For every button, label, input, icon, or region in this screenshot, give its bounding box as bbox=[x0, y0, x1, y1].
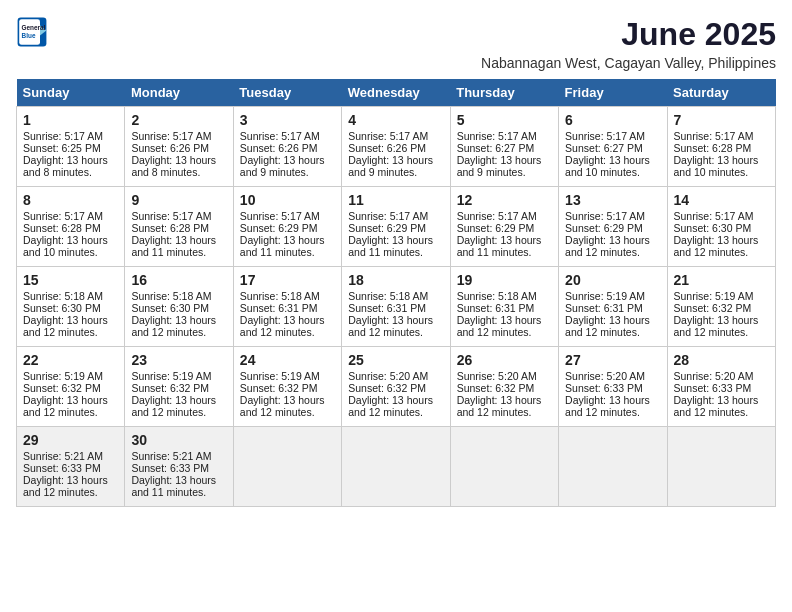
calendar-cell: 17 Sunrise: 5:18 AM Sunset: 6:31 PM Dayl… bbox=[233, 267, 341, 347]
day-number: 3 bbox=[240, 112, 335, 128]
page-header: General Blue June 2025 Nabannagan West, … bbox=[16, 16, 776, 71]
sunset-label: Sunset: 6:33 PM bbox=[23, 462, 101, 474]
daylight-label: Daylight: 13 hours and 11 minutes. bbox=[240, 234, 325, 258]
daylight-label: Daylight: 13 hours and 11 minutes. bbox=[457, 234, 542, 258]
month-title: June 2025 bbox=[481, 16, 776, 53]
sunset-label: Sunset: 6:31 PM bbox=[457, 302, 535, 314]
day-number: 8 bbox=[23, 192, 118, 208]
sunset-label: Sunset: 6:28 PM bbox=[131, 222, 209, 234]
daylight-label: Daylight: 13 hours and 12 minutes. bbox=[131, 314, 216, 338]
day-number: 25 bbox=[348, 352, 443, 368]
sunrise-label: Sunrise: 5:19 AM bbox=[565, 290, 645, 302]
daylight-label: Daylight: 13 hours and 12 minutes. bbox=[674, 234, 759, 258]
col-header-tuesday: Tuesday bbox=[233, 79, 341, 107]
daylight-label: Daylight: 13 hours and 12 minutes. bbox=[23, 474, 108, 498]
daylight-label: Daylight: 13 hours and 9 minutes. bbox=[457, 154, 542, 178]
sunrise-label: Sunrise: 5:19 AM bbox=[674, 290, 754, 302]
daylight-label: Daylight: 13 hours and 8 minutes. bbox=[131, 154, 216, 178]
calendar-cell: 28 Sunrise: 5:20 AM Sunset: 6:33 PM Dayl… bbox=[667, 347, 775, 427]
logo: General Blue bbox=[16, 16, 48, 48]
calendar-cell: 14 Sunrise: 5:17 AM Sunset: 6:30 PM Dayl… bbox=[667, 187, 775, 267]
sunrise-label: Sunrise: 5:20 AM bbox=[348, 370, 428, 382]
daylight-label: Daylight: 13 hours and 12 minutes. bbox=[674, 394, 759, 418]
sunset-label: Sunset: 6:26 PM bbox=[348, 142, 426, 154]
day-number: 20 bbox=[565, 272, 660, 288]
header-row: SundayMondayTuesdayWednesdayThursdayFrid… bbox=[17, 79, 776, 107]
day-number: 2 bbox=[131, 112, 226, 128]
sunrise-label: Sunrise: 5:20 AM bbox=[565, 370, 645, 382]
day-number: 23 bbox=[131, 352, 226, 368]
calendar-cell: 1 Sunrise: 5:17 AM Sunset: 6:25 PM Dayli… bbox=[17, 107, 125, 187]
calendar-table: SundayMondayTuesdayWednesdayThursdayFrid… bbox=[16, 79, 776, 507]
day-number: 13 bbox=[565, 192, 660, 208]
daylight-label: Daylight: 13 hours and 12 minutes. bbox=[131, 394, 216, 418]
calendar-cell: 15 Sunrise: 5:18 AM Sunset: 6:30 PM Dayl… bbox=[17, 267, 125, 347]
day-number: 15 bbox=[23, 272, 118, 288]
day-number: 16 bbox=[131, 272, 226, 288]
sunrise-label: Sunrise: 5:18 AM bbox=[457, 290, 537, 302]
day-number: 5 bbox=[457, 112, 552, 128]
sunrise-label: Sunrise: 5:18 AM bbox=[23, 290, 103, 302]
day-number: 27 bbox=[565, 352, 660, 368]
calendar-cell: 10 Sunrise: 5:17 AM Sunset: 6:29 PM Dayl… bbox=[233, 187, 341, 267]
calendar-cell: 4 Sunrise: 5:17 AM Sunset: 6:26 PM Dayli… bbox=[342, 107, 450, 187]
calendar-cell: 13 Sunrise: 5:17 AM Sunset: 6:29 PM Dayl… bbox=[559, 187, 667, 267]
sunset-label: Sunset: 6:31 PM bbox=[565, 302, 643, 314]
sunrise-label: Sunrise: 5:18 AM bbox=[131, 290, 211, 302]
calendar-cell: 6 Sunrise: 5:17 AM Sunset: 6:27 PM Dayli… bbox=[559, 107, 667, 187]
sunrise-label: Sunrise: 5:19 AM bbox=[240, 370, 320, 382]
svg-text:Blue: Blue bbox=[22, 32, 36, 39]
sunset-label: Sunset: 6:28 PM bbox=[23, 222, 101, 234]
sunrise-label: Sunrise: 5:17 AM bbox=[674, 130, 754, 142]
sunrise-label: Sunrise: 5:17 AM bbox=[565, 130, 645, 142]
title-area: June 2025 Nabannagan West, Cagayan Valle… bbox=[481, 16, 776, 71]
sunset-label: Sunset: 6:27 PM bbox=[457, 142, 535, 154]
calendar-cell: 24 Sunrise: 5:19 AM Sunset: 6:32 PM Dayl… bbox=[233, 347, 341, 427]
daylight-label: Daylight: 13 hours and 12 minutes. bbox=[457, 314, 542, 338]
sunset-label: Sunset: 6:30 PM bbox=[674, 222, 752, 234]
calendar-cell: 9 Sunrise: 5:17 AM Sunset: 6:28 PM Dayli… bbox=[125, 187, 233, 267]
col-header-friday: Friday bbox=[559, 79, 667, 107]
sunset-label: Sunset: 6:32 PM bbox=[674, 302, 752, 314]
day-number: 22 bbox=[23, 352, 118, 368]
col-header-wednesday: Wednesday bbox=[342, 79, 450, 107]
calendar-cell: 3 Sunrise: 5:17 AM Sunset: 6:26 PM Dayli… bbox=[233, 107, 341, 187]
sunset-label: Sunset: 6:25 PM bbox=[23, 142, 101, 154]
day-number: 10 bbox=[240, 192, 335, 208]
calendar-cell: 2 Sunrise: 5:17 AM Sunset: 6:26 PM Dayli… bbox=[125, 107, 233, 187]
day-number: 12 bbox=[457, 192, 552, 208]
col-header-saturday: Saturday bbox=[667, 79, 775, 107]
calendar-cell: 8 Sunrise: 5:17 AM Sunset: 6:28 PM Dayli… bbox=[17, 187, 125, 267]
sunset-label: Sunset: 6:26 PM bbox=[240, 142, 318, 154]
day-number: 18 bbox=[348, 272, 443, 288]
daylight-label: Daylight: 13 hours and 12 minutes. bbox=[23, 394, 108, 418]
col-header-thursday: Thursday bbox=[450, 79, 558, 107]
sunrise-label: Sunrise: 5:17 AM bbox=[565, 210, 645, 222]
day-number: 6 bbox=[565, 112, 660, 128]
calendar-cell bbox=[233, 427, 341, 507]
calendar-cell: 5 Sunrise: 5:17 AM Sunset: 6:27 PM Dayli… bbox=[450, 107, 558, 187]
calendar-cell: 23 Sunrise: 5:19 AM Sunset: 6:32 PM Dayl… bbox=[125, 347, 233, 427]
calendar-cell: 29 Sunrise: 5:21 AM Sunset: 6:33 PM Dayl… bbox=[17, 427, 125, 507]
sunrise-label: Sunrise: 5:17 AM bbox=[23, 210, 103, 222]
daylight-label: Daylight: 13 hours and 12 minutes. bbox=[457, 394, 542, 418]
daylight-label: Daylight: 13 hours and 12 minutes. bbox=[674, 314, 759, 338]
sunset-label: Sunset: 6:33 PM bbox=[131, 462, 209, 474]
day-number: 7 bbox=[674, 112, 769, 128]
sunset-label: Sunset: 6:33 PM bbox=[674, 382, 752, 394]
sunrise-label: Sunrise: 5:17 AM bbox=[348, 130, 428, 142]
calendar-cell: 16 Sunrise: 5:18 AM Sunset: 6:30 PM Dayl… bbox=[125, 267, 233, 347]
week-row-4: 22 Sunrise: 5:19 AM Sunset: 6:32 PM Dayl… bbox=[17, 347, 776, 427]
sunset-label: Sunset: 6:32 PM bbox=[131, 382, 209, 394]
day-number: 14 bbox=[674, 192, 769, 208]
calendar-cell: 7 Sunrise: 5:17 AM Sunset: 6:28 PM Dayli… bbox=[667, 107, 775, 187]
sunset-label: Sunset: 6:31 PM bbox=[348, 302, 426, 314]
calendar-cell: 21 Sunrise: 5:19 AM Sunset: 6:32 PM Dayl… bbox=[667, 267, 775, 347]
daylight-label: Daylight: 13 hours and 11 minutes. bbox=[131, 234, 216, 258]
daylight-label: Daylight: 13 hours and 12 minutes. bbox=[565, 314, 650, 338]
sunrise-label: Sunrise: 5:21 AM bbox=[23, 450, 103, 462]
week-row-3: 15 Sunrise: 5:18 AM Sunset: 6:30 PM Dayl… bbox=[17, 267, 776, 347]
week-row-1: 1 Sunrise: 5:17 AM Sunset: 6:25 PM Dayli… bbox=[17, 107, 776, 187]
daylight-label: Daylight: 13 hours and 12 minutes. bbox=[240, 314, 325, 338]
calendar-cell: 19 Sunrise: 5:18 AM Sunset: 6:31 PM Dayl… bbox=[450, 267, 558, 347]
